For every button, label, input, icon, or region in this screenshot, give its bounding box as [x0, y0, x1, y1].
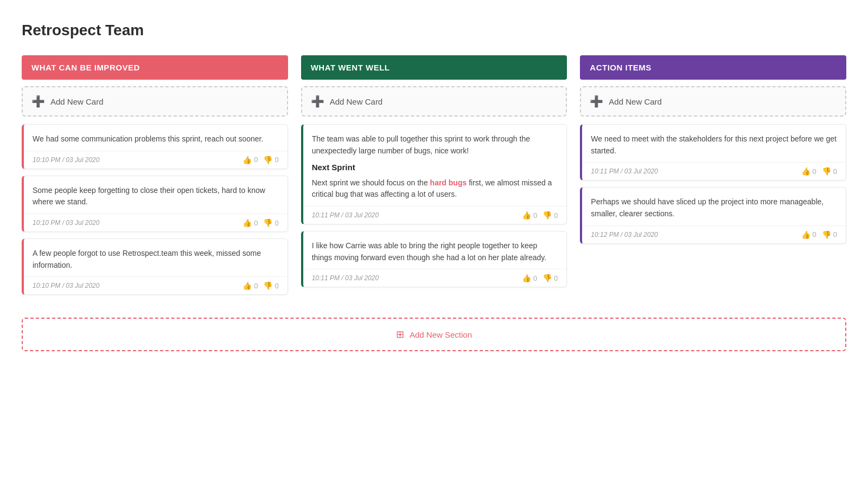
column-header-well: WHAT WENT WELL — [301, 55, 567, 80]
plus-icon-action: ➕ — [590, 95, 603, 108]
card-votes-action-1: 👍 0 👎 0 — [801, 167, 837, 176]
card-body-improve-3: A few people forgot to use Retrospect.te… — [24, 239, 288, 276]
card-timestamp-action-1: 10:11 PM / 03 Jul 2020 — [591, 167, 658, 175]
card-highlight-text: hard bugs — [430, 178, 467, 187]
card-footer-action-1: 10:11 PM / 03 Jul 2020 👍 0 👎 0 — [582, 162, 846, 180]
vote-up-count-improve-3: 0 — [254, 282, 258, 290]
vote-down-action-2[interactable]: 👎 0 — [822, 230, 837, 239]
vote-down-improve-1[interactable]: 👎 0 — [263, 156, 278, 164]
card-body-improve-1: We had some communication problems this … — [24, 125, 288, 151]
vote-up-well-1[interactable]: 👍 0 — [522, 211, 537, 220]
card-votes-improve-2: 👍 0 👎 0 — [242, 218, 278, 227]
vote-up-action-1[interactable]: 👍 0 — [801, 167, 816, 176]
card-well-1: The team was able to pull together this … — [301, 124, 567, 224]
add-card-button-well[interactable]: ➕ Add New Card — [301, 86, 567, 117]
card-timestamp-improve-3: 10:10 PM / 03 Jul 2020 — [33, 282, 99, 289]
card-text-well-2: I like how Carrie was able to bring the … — [312, 241, 546, 262]
vote-down-improve-3[interactable]: 👎 0 — [263, 281, 278, 290]
add-card-button-action[interactable]: ➕ Add New Card — [580, 86, 846, 117]
add-card-label-improve: Add New Card — [50, 97, 104, 106]
card-footer-action-2: 10:12 PM / 03 Jul 2020 👍 0 👎 0 — [582, 225, 846, 243]
column-improve: WHAT CAN BE IMPROVED ➕ Add New Card We h… — [22, 55, 288, 301]
vote-down-count-well-2: 0 — [554, 274, 558, 282]
vote-up-count-action-1: 0 — [813, 167, 816, 176]
vote-up-well-2[interactable]: 👍 0 — [522, 274, 537, 282]
card-improve-2: Some people keep forgetting to close the… — [22, 176, 288, 232]
card-votes-well-1: 👍 0 👎 0 — [522, 211, 558, 220]
board: WHAT CAN BE IMPROVED ➕ Add New Card We h… — [22, 55, 846, 301]
vote-up-count-well-1: 0 — [533, 211, 537, 220]
thumbs-down-icon-improve-1: 👎 — [263, 156, 272, 164]
card-votes-improve-1: 👍 0 👎 0 — [242, 156, 278, 164]
card-text-action-2: Perhaps we should have sliced up the pro… — [591, 197, 824, 218]
column-action: ACTION ITEMS ➕ Add New Card We need to m… — [580, 55, 846, 250]
page-title: Retrospect Team — [22, 22, 846, 39]
card-highlight-before: Next sprint we should focus on the — [312, 178, 430, 187]
vote-down-action-1[interactable]: 👎 0 — [822, 167, 837, 176]
card-text-improve-3: A few people forgot to use Retrospect.te… — [33, 249, 261, 269]
vote-up-improve-2[interactable]: 👍 0 — [242, 218, 258, 227]
vote-down-well-2[interactable]: 👎 0 — [542, 274, 558, 282]
card-votes-improve-3: 👍 0 👎 0 — [242, 281, 278, 290]
thumbs-down-icon-action-1: 👎 — [822, 167, 831, 176]
column-header-improve: WHAT CAN BE IMPROVED — [22, 55, 288, 80]
thumbs-down-icon-improve-2: 👎 — [263, 218, 272, 227]
card-votes-action-2: 👍 0 👎 0 — [801, 230, 837, 239]
add-section-label: Add New Section — [410, 330, 472, 339]
add-section-bar[interactable]: ⊞ Add New Section — [22, 318, 846, 351]
vote-down-improve-2[interactable]: 👎 0 — [263, 218, 278, 227]
vote-down-count-well-1: 0 — [554, 211, 558, 220]
vote-up-count-improve-2: 0 — [254, 219, 258, 227]
vote-up-action-2[interactable]: 👍 0 — [801, 230, 816, 239]
add-card-label-action: Add New Card — [609, 97, 662, 106]
card-timestamp-well-1: 10:11 PM / 03 Jul 2020 — [312, 211, 379, 219]
card-footer-improve-3: 10:10 PM / 03 Jul 2020 👍 0 👎 0 — [24, 276, 288, 294]
plus-icon-well: ➕ — [311, 95, 324, 108]
card-body-well-2: I like how Carrie was able to bring the … — [303, 231, 567, 269]
thumbs-up-icon-action-2: 👍 — [801, 230, 810, 239]
vote-down-count-improve-1: 0 — [275, 156, 278, 164]
vote-up-improve-3[interactable]: 👍 0 — [242, 281, 258, 290]
vote-up-count-action-2: 0 — [813, 230, 816, 238]
card-text-improve-2: Some people keep forgetting to close the… — [33, 186, 265, 207]
card-improve-1: We had some communication problems this … — [22, 124, 288, 169]
column-well: WHAT WENT WELL ➕ Add New Card The team w… — [301, 55, 567, 294]
card-footer-well-2: 10:11 PM / 03 Jul 2020 👍 0 👎 0 — [303, 269, 567, 287]
card-timestamp-well-2: 10:11 PM / 03 Jul 2020 — [312, 274, 379, 282]
vote-down-count-action-2: 0 — [833, 230, 837, 238]
thumbs-up-icon-improve-1: 👍 — [242, 156, 252, 164]
thumbs-down-icon-well-2: 👎 — [542, 274, 552, 282]
card-footer-well-1: 10:11 PM / 03 Jul 2020 👍 0 👎 0 — [303, 206, 567, 224]
vote-down-well-1[interactable]: 👎 0 — [542, 211, 558, 220]
card-action-1: We need to meet with the stakeholders fo… — [580, 124, 846, 180]
card-body-action-1: We need to meet with the stakeholders fo… — [582, 125, 846, 162]
add-card-button-improve[interactable]: ➕ Add New Card — [22, 86, 288, 117]
thumbs-up-icon-improve-3: 👍 — [242, 281, 252, 290]
plus-icon-improve: ➕ — [31, 95, 45, 108]
vote-down-count-improve-2: 0 — [275, 219, 278, 227]
thumbs-up-icon-well-1: 👍 — [522, 211, 531, 220]
thumbs-down-icon-action-2: 👎 — [822, 230, 831, 239]
card-body-well-1: The team was able to pull together this … — [303, 125, 567, 206]
thumbs-down-icon-well-1: 👎 — [542, 211, 552, 220]
vote-up-count-well-2: 0 — [533, 274, 537, 282]
vote-up-count-improve-1: 0 — [254, 156, 258, 164]
vote-up-improve-1[interactable]: 👍 0 — [242, 156, 258, 164]
card-improve-3: A few people forgot to use Retrospect.te… — [22, 238, 288, 295]
card-text-improve-1: We had some communication problems this … — [33, 134, 263, 143]
card-well-2: I like how Carrie was able to bring the … — [301, 231, 567, 287]
card-timestamp-action-2: 10:12 PM / 03 Jul 2020 — [591, 231, 658, 238]
card-action-2: Perhaps we should have sliced up the pro… — [580, 187, 846, 243]
thumbs-up-icon-action-1: 👍 — [801, 167, 810, 176]
table-icon: ⊞ — [396, 328, 404, 340]
card-timestamp-improve-1: 10:10 PM / 03 Jul 2020 — [33, 156, 99, 164]
add-card-label-well: Add New Card — [330, 97, 383, 106]
card-subtitle-well-1: Next Sprint — [312, 161, 558, 173]
vote-down-count-improve-3: 0 — [275, 282, 278, 290]
thumbs-up-icon-improve-2: 👍 — [242, 218, 252, 227]
vote-down-count-action-1: 0 — [833, 167, 837, 176]
card-body-improve-2: Some people keep forgetting to close the… — [24, 176, 288, 214]
card-footer-improve-2: 10:10 PM / 03 Jul 2020 👍 0 👎 0 — [24, 214, 288, 231]
card-timestamp-improve-2: 10:10 PM / 03 Jul 2020 — [33, 219, 99, 227]
card-text-well-1: The team was able to pull together this … — [312, 134, 530, 155]
